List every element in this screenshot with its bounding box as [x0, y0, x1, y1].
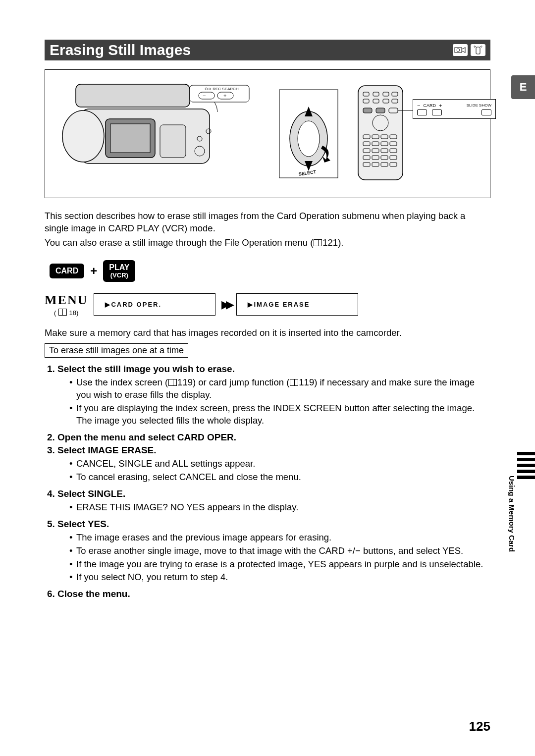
camcorder-mode-icon — [453, 44, 468, 56]
nav-arrow-icon: ▶▶ — [221, 298, 230, 311]
menu-navigation-row: MENU ( 18) ▶CARD OPER. ▶▶ ▶IMAGE ERASE — [45, 293, 490, 317]
plus-icon: + — [90, 264, 97, 278]
svg-rect-32 — [376, 108, 385, 113]
card-minus-label: − — [417, 103, 420, 108]
step-3-sub-1: CANCEL, SINGLE and ALL settings appear. — [69, 458, 490, 470]
step-1-title: Select the still image you wish to erase… — [57, 364, 235, 374]
step-1-sub-1: Use the index screen (119) or card jump … — [69, 377, 490, 401]
book-ref-icon — [290, 379, 298, 386]
svg-text:⊖⊃ REC SEARCH: ⊖⊃ REC SEARCH — [205, 87, 239, 91]
book-ref-icon — [168, 379, 177, 386]
svg-text:+: + — [223, 93, 226, 99]
camcorder-illustration: ⊖⊃ REC SEARCH − + — [51, 79, 269, 188]
intro-line-2a: You can also erase a still image through… — [45, 237, 313, 248]
card-mode-badge: CARD — [50, 264, 84, 278]
menu-label: MENU — [45, 293, 88, 308]
intro-ref-num: 121 — [322, 237, 338, 248]
menu-step-card-oper: ▶CARD OPER. — [94, 293, 215, 316]
step-4: Select SINGLE. ERASE THIS IMAGE? NO YES … — [57, 488, 490, 514]
step-2: Open the menu and select CARD OPER. — [57, 432, 490, 443]
slide-show-label: SLIDE SHOW — [467, 104, 491, 108]
select-dial-illustration: SELECT — [279, 89, 338, 178]
card-minus-button-icon — [417, 109, 427, 115]
svg-rect-7 — [110, 124, 150, 153]
step-list: Select the still image you wish to erase… — [45, 364, 490, 600]
step-5-sub-3: If the image you are trying to erase is … — [69, 558, 490, 571]
intro-line-2: You can also erase a still image through… — [45, 237, 490, 249]
card-plus-label: + — [439, 103, 442, 108]
step-5-sub-1: The image erases and the previous image … — [69, 532, 490, 544]
pre-step-note: Make sure a memory card that has images … — [45, 327, 490, 338]
play-label: PLAY — [109, 263, 129, 272]
step-4-sub-1: ERASE THIS IMAGE? NO YES appears in the … — [69, 501, 490, 514]
remote-illustration — [348, 83, 413, 182]
menu-step-image-erase: ▶IMAGE ERASE — [236, 293, 358, 316]
svg-rect-4 — [76, 84, 190, 107]
step-1: Select the still image you wish to erase… — [57, 364, 490, 427]
svg-rect-8 — [160, 125, 186, 158]
page: E Erasing Still Images ⊖⊃ REC SEARCH — [0, 0, 535, 756]
ref: 119 — [177, 377, 193, 387]
menu-page-ref: ( 18) — [54, 309, 78, 317]
svg-rect-22 — [358, 86, 403, 180]
remote-mode-icon — [471, 44, 485, 56]
book-ref-icon — [314, 239, 322, 246]
intro-line-2b: ). — [338, 237, 343, 248]
slide-show-button-icon — [482, 109, 491, 115]
card-plus-button-icon — [432, 109, 442, 115]
book-ref-icon — [58, 309, 67, 316]
step-3: Select IMAGE ERASE. CANCEL, SINGLE and A… — [57, 445, 490, 484]
svg-rect-31 — [363, 108, 372, 113]
step-5-sub-2: To erase another single image, move to t… — [69, 545, 490, 557]
vcr-label: (VCR) — [109, 272, 129, 279]
intro-paragraph: This section describes how to erase stil… — [45, 210, 490, 249]
remote-callout-box: − CARD + SLIDE SHOW — [413, 99, 496, 119]
card-label: CARD — [423, 103, 436, 108]
svg-text:−: − — [203, 93, 206, 99]
side-chapter-label: Using a Memory Card — [508, 476, 516, 552]
svg-point-20 — [298, 121, 320, 157]
svg-point-1 — [457, 49, 460, 52]
step-6: Close the menu. — [57, 589, 490, 599]
svg-rect-2 — [476, 47, 480, 54]
menu-label-block: MENU ( 18) — [45, 293, 88, 317]
step-4-title: Select SINGLE. — [57, 488, 125, 499]
step-1-sub-2: If you are displaying the index screen, … — [69, 402, 490, 427]
intro-line-1: This section describes how to erase stil… — [45, 210, 490, 235]
side-index-bars — [517, 452, 535, 482]
language-tab: E — [511, 75, 535, 99]
step-5-sub-4: If you select NO, you return to step 4. — [69, 571, 490, 584]
step-3-title: Select IMAGE ERASE. — [57, 445, 157, 455]
page-number: 125 — [469, 719, 490, 734]
step-5-title: Select YES. — [57, 519, 109, 529]
text: Use the index screen ( — [76, 377, 168, 387]
mode-badge-row: CARD + PLAY (VCR) — [50, 260, 490, 282]
ref: 119 — [299, 377, 314, 387]
play-vcr-mode-badge: PLAY (VCR) — [103, 260, 135, 282]
section-title-bar: Erasing Still Images — [45, 40, 490, 60]
procedure-subheader: To erase still images one at a time — [45, 343, 188, 358]
svg-point-5 — [62, 110, 104, 162]
illustration-panel: ⊖⊃ REC SEARCH − + SELECT — [45, 69, 490, 198]
section-title: Erasing Still Images — [50, 42, 191, 58]
step-3-sub-2: To cancel erasing, select CANCEL and clo… — [69, 471, 490, 484]
title-icons — [453, 44, 485, 56]
step-5: Select YES. The image erases and the pre… — [57, 519, 490, 584]
menu-ref-num: 18) — [69, 309, 79, 317]
text: ) or card jump function ( — [193, 377, 289, 387]
